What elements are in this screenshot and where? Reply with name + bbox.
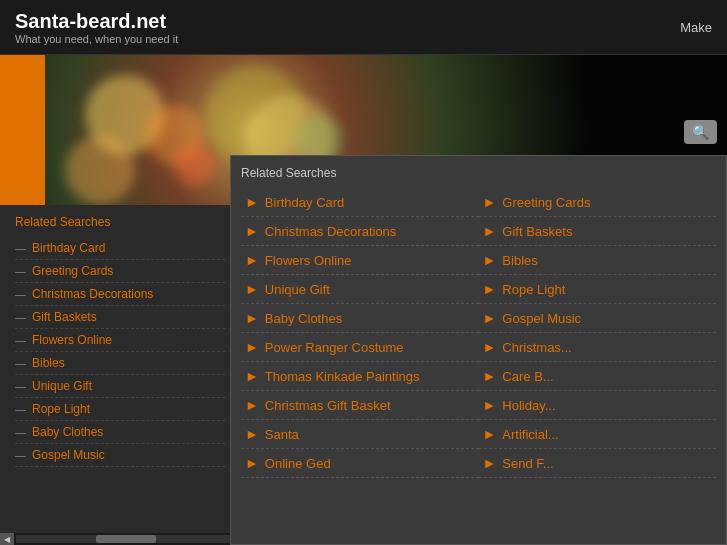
sidebar-link-bibles[interactable]: Bibles [32,356,65,370]
search-box[interactable]: 🔍 [684,120,717,144]
site-subtitle: What you need, when you need it [15,33,178,45]
sidebar-link-baby-clothes[interactable]: Baby Clothes [32,425,103,439]
arrow-icon: — [15,334,26,346]
popup-grid: ► Birthday Card ► Greeting Cards ► Chris… [241,188,716,478]
popup-item-santa[interactable]: ► Santa [241,420,479,449]
popup-link-online-ged[interactable]: Online Ged [265,456,331,471]
popup-item-gift-baskets[interactable]: ► Gift Baskets [479,217,717,246]
popup-link-christmas2[interactable]: Christmas... [502,340,571,355]
sidebar-link-christmas-decorations[interactable]: Christmas Decorations [32,287,153,301]
popup-item-rope-light[interactable]: ► Rope Light [479,275,717,304]
banner-orange-bar [0,55,45,205]
site-title: Santa-beard.net [15,10,178,33]
arrow-icon: ► [483,252,497,268]
list-item: — Gospel Music [15,444,225,467]
header: Santa-beard.net What you need, when you … [0,0,727,55]
scroll-thumb-horizontal[interactable] [96,535,156,543]
sidebar-link-flowers-online[interactable]: Flowers Online [32,333,112,347]
popup-link-send[interactable]: Send F... [502,456,553,471]
arrow-icon: — [15,265,26,277]
list-item: — Gift Baskets [15,306,225,329]
scroll-left-button[interactable]: ◀ [0,533,14,545]
popup-link-baby-clothes[interactable]: Baby Clothes [265,311,342,326]
popup-panel: Related Searches ► Birthday Card ► Greet… [230,155,727,545]
popup-link-care[interactable]: Care B... [502,369,553,384]
arrow-icon: ► [245,397,259,413]
sidebar-related-title: Related Searches [15,215,225,229]
sidebar-link-gospel-music[interactable]: Gospel Music [32,448,105,462]
popup-link-gospel[interactable]: Gospel Music [502,311,581,326]
arrow-icon: — [15,449,26,461]
arrow-icon: ► [483,223,497,239]
popup-item-christmas-gift-basket[interactable]: ► Christmas Gift Basket [241,391,479,420]
popup-item-holiday[interactable]: ► Holiday... [479,391,717,420]
list-item: — Baby Clothes [15,421,225,444]
arrow-icon: — [15,311,26,323]
popup-link-power-ranger[interactable]: Power Ranger Costume [265,340,404,355]
arrow-icon: ► [245,368,259,384]
make-label: Make [680,20,712,35]
popup-item-artificial[interactable]: ► Artificial... [479,420,717,449]
arrow-icon: ► [245,426,259,442]
sidebar-link-birthday-card[interactable]: Birthday Card [32,241,105,255]
popup-item-birthday-card[interactable]: ► Birthday Card [241,188,479,217]
popup-item-baby-clothes[interactable]: ► Baby Clothes [241,304,479,333]
arrow-icon: ► [245,252,259,268]
list-item: — Greeting Cards [15,260,225,283]
popup-link-holiday[interactable]: Holiday... [502,398,555,413]
arrow-icon: ► [483,310,497,326]
popup-item-power-ranger[interactable]: ► Power Ranger Costume [241,333,479,362]
sidebar-link-rope-light[interactable]: Rope Light [32,402,90,416]
arrow-icon: ► [245,281,259,297]
popup-item-flowers-online[interactable]: ► Flowers Online [241,246,479,275]
arrow-icon: ► [483,368,497,384]
arrow-icon: — [15,426,26,438]
popup-item-unique-gift[interactable]: ► Unique Gift [241,275,479,304]
list-item: — Christmas Decorations [15,283,225,306]
arrow-icon: ► [483,455,497,471]
sidebar-list: — Birthday Card — Greeting Cards — Chris… [15,237,225,467]
popup-link-thomas-kinkade[interactable]: Thomas Kinkade Paintings [265,369,420,384]
popup-item-thomas-kinkade[interactable]: ► Thomas Kinkade Paintings [241,362,479,391]
popup-link-greeting-cards[interactable]: Greeting Cards [502,195,590,210]
sidebar: Related Searches — Birthday Card — Greet… [0,205,240,545]
popup-link-unique-gift[interactable]: Unique Gift [265,282,330,297]
popup-link-christmas-gift-basket[interactable]: Christmas Gift Basket [265,398,391,413]
popup-link-bibles[interactable]: Bibles [502,253,537,268]
popup-link-artificial[interactable]: Artificial... [502,427,558,442]
popup-link-gift-baskets[interactable]: Gift Baskets [502,224,572,239]
logo-area: Santa-beard.net What you need, when you … [15,10,178,45]
popup-item-gospel[interactable]: ► Gospel Music [479,304,717,333]
popup-link-rope-light[interactable]: Rope Light [502,282,565,297]
popup-item-bibles[interactable]: ► Bibles [479,246,717,275]
popup-item-greeting-cards[interactable]: ► Greeting Cards [479,188,717,217]
list-item: — Birthday Card [15,237,225,260]
sidebar-link-gift-baskets[interactable]: Gift Baskets [32,310,97,324]
list-item: — Bibles [15,352,225,375]
popup-link-christmas-dec[interactable]: Christmas Decorations [265,224,397,239]
arrow-icon: ► [245,339,259,355]
list-item: — Flowers Online [15,329,225,352]
arrow-icon: ► [245,310,259,326]
popup-link-birthday-card[interactable]: Birthday Card [265,195,344,210]
sidebar-link-greeting-cards[interactable]: Greeting Cards [32,264,113,278]
popup-item-send[interactable]: ► Send F... [479,449,717,478]
popup-item-care[interactable]: ► Care B... [479,362,717,391]
popup-item-online-ged[interactable]: ► Online Ged [241,449,479,478]
arrow-icon: ► [483,426,497,442]
arrow-icon: ► [245,223,259,239]
arrow-icon: — [15,357,26,369]
arrow-icon: — [15,403,26,415]
popup-link-flowers-online[interactable]: Flowers Online [265,253,352,268]
arrow-icon: — [15,242,26,254]
main-content: Related Searches — Birthday Card — Greet… [0,205,727,545]
list-item: — Rope Light [15,398,225,421]
popup-related-title: Related Searches [241,166,716,180]
arrow-icon: ► [483,397,497,413]
sidebar-link-unique-gift[interactable]: Unique Gift [32,379,92,393]
popup-link-santa[interactable]: Santa [265,427,299,442]
arrow-icon: ► [245,194,259,210]
popup-item-christmas2[interactable]: ► Christmas... [479,333,717,362]
popup-item-christmas-dec[interactable]: ► Christmas Decorations [241,217,479,246]
search-icon: 🔍 [692,124,709,140]
